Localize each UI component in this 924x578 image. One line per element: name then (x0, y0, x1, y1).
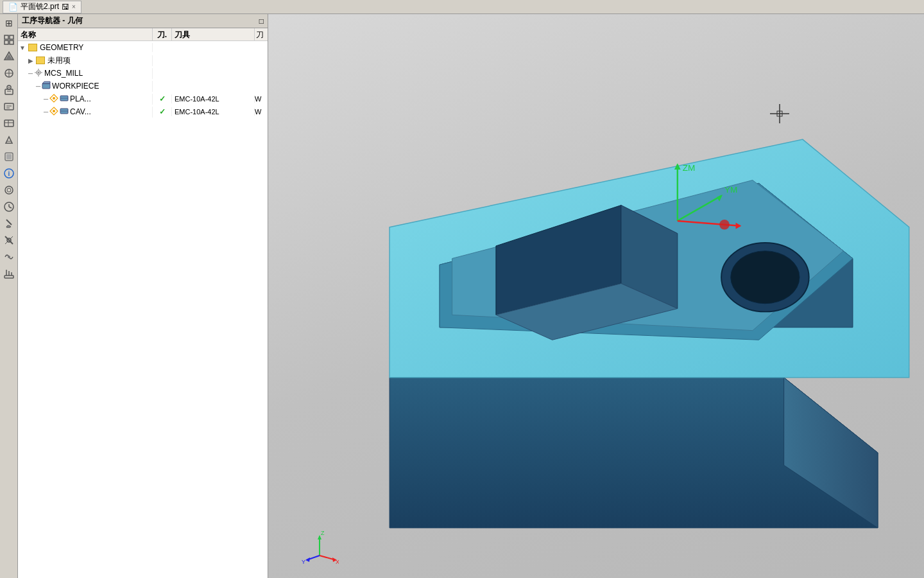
tree-extra-pla: W (255, 95, 268, 103)
dash-icon-workpiece: ─ (36, 83, 40, 90)
toolbar-icon-3[interactable] (1, 49, 17, 64)
dash-icon-cav: ─ (44, 109, 48, 116)
op-icon2-cav (60, 107, 69, 118)
file-tab[interactable]: 📄 平面铣2.prt 🖫 × (3, 1, 81, 13)
toolbar-icon-7[interactable] (1, 116, 17, 131)
svg-rect-16 (4, 120, 13, 127)
svg-point-77 (719, 220, 730, 230)
folder-icon-geometry (28, 44, 37, 51)
tree-extra-cav: W (255, 108, 268, 116)
svg-point-48 (53, 97, 55, 100)
workpiece-label: WORKPIECE (52, 82, 99, 91)
svg-point-34 (8, 256, 10, 258)
svg-rect-13 (4, 103, 13, 110)
toolbar-icon-6[interactable] (1, 99, 17, 114)
col-blade-header: 刀. (153, 28, 172, 40)
svg-text:Z: Z (321, 530, 325, 536)
model-3d: ZM YM (268, 14, 924, 578)
svg-point-10 (8, 87, 10, 88)
tab-close[interactable]: × (72, 3, 76, 10)
viewport[interactable]: ZM YM Z X (268, 14, 924, 578)
svg-marker-19 (6, 137, 12, 143)
op-icon-cav (49, 107, 58, 118)
gear-icon-mcs (34, 68, 43, 79)
toolbar-icon-2[interactable] (1, 32, 17, 48)
tab-bar: 📄 平面铣2.prt 🖫 × (0, 0, 924, 14)
svg-point-68 (731, 251, 800, 304)
toolbar-icon-11[interactable] (1, 232, 17, 248)
tree-item-pla[interactable]: ─ PLA... (18, 92, 268, 105)
maximize-button[interactable]: □ (259, 17, 264, 26)
tree-item-cav[interactable]: ─ CAV... (18, 105, 268, 118)
svg-text:i: i (8, 170, 10, 177)
toolbar-icon-13[interactable] (1, 266, 17, 281)
toolbar-icon-10[interactable] (1, 182, 17, 198)
toolbar-icon-4[interactable] (1, 66, 17, 81)
dash-icon-mcs: ─ (28, 70, 33, 77)
expand-icon-unused: ▶ (28, 57, 33, 64)
toolbar-icon-1[interactable]: ⊞ (1, 15, 17, 31)
svg-line-30 (6, 220, 12, 225)
toolbar-icon-12[interactable] (1, 249, 17, 265)
svg-rect-22 (6, 154, 12, 159)
folder-icon-unused (36, 57, 45, 64)
svg-text:Y: Y (302, 559, 305, 565)
svg-marker-85 (305, 557, 310, 562)
unused-label: 未用项 (47, 55, 71, 66)
svg-point-40 (38, 71, 40, 73)
geometry-label: GEOMETRY (40, 43, 83, 52)
tab-filename: 平面铣2.prt (21, 1, 59, 12)
tree-tool-cav: EMC-10A-42L (172, 108, 255, 116)
toolbar-icon-brush[interactable] (1, 216, 17, 231)
svg-line-29 (9, 207, 12, 208)
tree-blade-cav: ✓ (153, 107, 172, 116)
toolbar-icon-clock[interactable] (1, 199, 17, 215)
svg-rect-35 (4, 276, 13, 278)
col-tool-header: 刀具 (172, 28, 255, 40)
dash-icon-pla: ─ (44, 96, 48, 103)
tree-item-workpiece[interactable]: ─ WORKPIECE (18, 80, 268, 92)
col-extra-header: 刀 (255, 28, 268, 40)
toolbar-icon-5[interactable] (1, 82, 17, 98)
svg-point-52 (53, 110, 55, 112)
main-layout: ⊞ (0, 14, 924, 578)
svg-marker-46 (42, 82, 50, 83)
tree-blade-pla: ✓ (153, 94, 172, 103)
expand-icon-geometry: ▼ (19, 44, 26, 51)
navigator-title: 工序导航器 - 几何 (22, 15, 83, 26)
tree-name-pla: ─ PLA... (18, 94, 153, 105)
tree-container: ▼ GEOMETRY ▶ 未用项 (18, 41, 268, 578)
workpiece-icon (42, 81, 51, 92)
cav-label: CAV... (70, 107, 91, 116)
svg-rect-1 (10, 35, 13, 39)
op-icon-pla (49, 94, 58, 105)
svg-text:X: X (336, 559, 339, 565)
tree-name-unused: ▶ 未用项 (18, 55, 153, 66)
tree-name-cav: ─ CAV... (18, 107, 153, 118)
column-headers: 名称 刀. 刀具 刀 (18, 28, 268, 41)
svg-point-26 (7, 188, 11, 192)
tree-name-workpiece: ─ WORKPIECE (18, 81, 153, 92)
svg-rect-2 (4, 40, 8, 44)
navigator-panel: 工序导航器 - 几何 □ 名称 刀. 刀具 刀 ▼ GEOMETRY (18, 14, 268, 578)
toolbar-icon-9[interactable] (1, 149, 17, 164)
toolbar-icon-8[interactable] (1, 132, 17, 148)
svg-point-25 (5, 186, 13, 194)
svg-rect-0 (4, 35, 8, 39)
col-name-header: 名称 (18, 28, 153, 40)
tree-item-geometry[interactable]: ▼ GEOMETRY (18, 41, 268, 54)
svg-text:ZM: ZM (683, 163, 696, 173)
svg-text:YM: YM (724, 185, 737, 195)
tree-item-unused[interactable]: ▶ 未用项 (18, 54, 268, 67)
check-pla: ✓ (159, 94, 166, 103)
svg-rect-11 (5, 89, 13, 94)
check-cav: ✓ (159, 107, 166, 116)
mcs-label: MCS_MILL (44, 69, 83, 78)
tree-item-mcs[interactable]: ─ MCS_MILL (18, 67, 268, 80)
tab-pin[interactable]: 🖫 (62, 3, 69, 12)
svg-rect-3 (10, 40, 13, 44)
op-icon2-pla (60, 94, 69, 105)
pla-label: PLA... (70, 94, 91, 103)
tree-name-mcs: ─ MCS_MILL (18, 68, 153, 79)
toolbar-icon-info[interactable]: i (1, 166, 17, 181)
